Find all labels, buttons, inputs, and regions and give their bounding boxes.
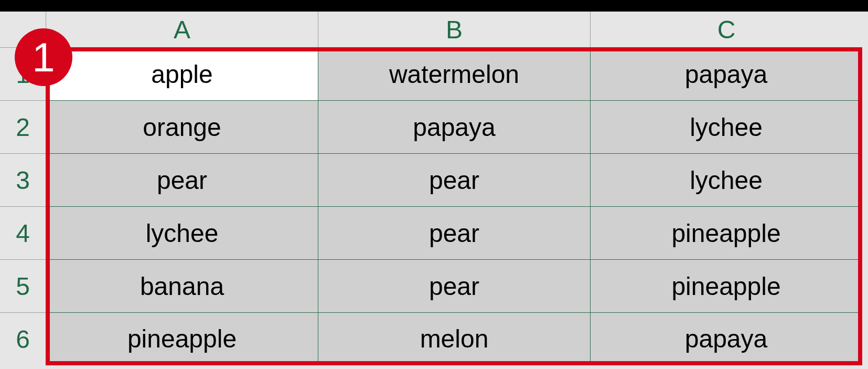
select-all-corner[interactable]: [0, 12, 46, 47]
cell-B3[interactable]: pear: [318, 153, 590, 206]
cell-C3[interactable]: lychee: [590, 153, 862, 206]
cell-grid: apple watermelon papaya orange papaya ly…: [46, 47, 862, 365]
cell-B6[interactable]: melon: [318, 312, 590, 365]
table-row: pineapple melon papaya: [46, 312, 862, 365]
cell-A6[interactable]: pineapple: [46, 312, 318, 365]
row-header-5[interactable]: 5: [0, 259, 46, 312]
cell-C4[interactable]: pineapple: [590, 206, 862, 259]
cell-C2[interactable]: lychee: [590, 100, 862, 153]
cell-A1[interactable]: apple: [46, 47, 318, 100]
cell-A3[interactable]: pear: [46, 153, 318, 206]
row-header-4[interactable]: 4: [0, 206, 46, 259]
column-headers: A B C: [46, 12, 862, 47]
table-row: orange papaya lychee: [46, 100, 862, 153]
cell-A2[interactable]: orange: [46, 100, 318, 153]
table-row: apple watermelon papaya: [46, 47, 862, 100]
cell-C1[interactable]: papaya: [590, 47, 862, 100]
cell-B5[interactable]: pear: [318, 259, 590, 312]
row-header-1[interactable]: 1: [0, 47, 46, 100]
cell-B1[interactable]: watermelon: [318, 47, 590, 100]
row-headers: 1 2 3 4 5 6: [0, 47, 46, 365]
spreadsheet: A B C 1 2 3 4 5 6 apple watermelon papay…: [0, 12, 868, 369]
cell-A4[interactable]: lychee: [46, 206, 318, 259]
row-header-3[interactable]: 3: [0, 153, 46, 206]
column-header-A[interactable]: A: [46, 12, 318, 47]
row-header-6[interactable]: 6: [0, 312, 46, 365]
column-header-C[interactable]: C: [590, 12, 862, 47]
cell-C5[interactable]: pineapple: [590, 259, 862, 312]
cell-A5[interactable]: banana: [46, 259, 318, 312]
table-row: banana pear pineapple: [46, 259, 862, 312]
table-row: lychee pear pineapple: [46, 206, 862, 259]
table-row: pear pear lychee: [46, 153, 862, 206]
cell-C6[interactable]: papaya: [590, 312, 862, 365]
cell-B2[interactable]: papaya: [318, 100, 590, 153]
cell-B4[interactable]: pear: [318, 206, 590, 259]
row-header-2[interactable]: 2: [0, 100, 46, 153]
column-header-B[interactable]: B: [318, 12, 590, 47]
